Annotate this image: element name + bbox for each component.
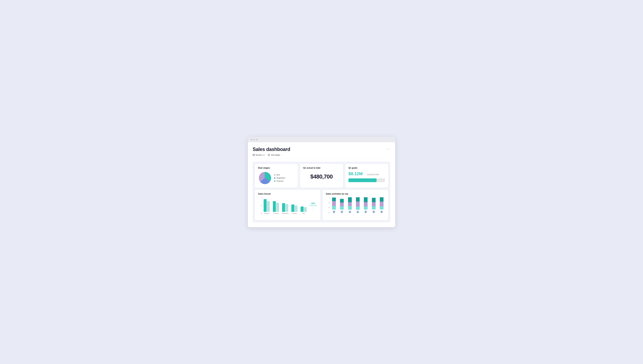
funnel-y-1: 20	[258, 205, 262, 206]
funnel-label-won: Won	[302, 213, 305, 214]
rep-7-seg-1	[380, 197, 384, 202]
rep-6-seg-3	[372, 206, 376, 210]
funnel-bar-qualified-2	[267, 201, 270, 212]
rep-1-avatar: 👤	[333, 210, 336, 213]
activities-chart: 30 20 10 0	[326, 197, 385, 217]
dashboard-grid: Deal stages	[253, 162, 390, 222]
rep-2-bar	[340, 199, 344, 210]
rep-col-7: 👤	[379, 197, 385, 213]
arrow-down-icon: ↓	[313, 209, 314, 211]
rep-1-bar	[332, 198, 336, 210]
funnel-bar-negotiation-2	[285, 204, 288, 212]
rep-4-seg-3	[356, 206, 360, 210]
deal-stages-body: Won Negotiation Proposal	[258, 171, 294, 185]
more-menu-button[interactable]: ···	[385, 146, 390, 151]
funnel-bar-contract-1	[291, 204, 294, 212]
funnel-bar-qualified-1	[264, 199, 266, 212]
funnel-col-qualified: Qualified	[263, 197, 270, 214]
sales-activities-title: Sales activities by rep	[326, 193, 385, 195]
rep-6-bar	[372, 198, 376, 210]
funnel-label-proposal: Proposal	[273, 213, 278, 214]
sales-funnel-title: Sales funnel	[258, 193, 317, 195]
dashboard-header: Sales dashboard ···	[253, 146, 390, 152]
add-widget-button[interactable]: Add widget	[268, 154, 280, 156]
rep-2-seg-2	[340, 202, 344, 206]
rep-4-seg-2	[356, 202, 360, 206]
rep-6-avatar: 👤	[372, 210, 375, 213]
goals-actual-value: $8.12M	[349, 171, 363, 176]
rep-4-avatar: 👤	[356, 211, 359, 213]
rep-col-5: 👤	[363, 197, 369, 213]
svg-rect-0	[253, 154, 255, 156]
conversion-label: Conversion	[309, 205, 317, 206]
funnel-bar-negotiation-1	[282, 203, 285, 212]
rep-col-3: 👤	[347, 197, 353, 213]
rep-col-4: 👤	[355, 197, 361, 213]
won-dot	[274, 174, 275, 176]
browser-dot-1	[250, 139, 252, 140]
activities-bars: 👤 👤	[326, 197, 385, 217]
won-label: Won	[276, 174, 280, 176]
q1-actual-body: $480,700	[303, 171, 340, 182]
rep-2-seg-3	[340, 206, 344, 210]
boards-icon	[253, 154, 255, 156]
rep-1-seg-1	[332, 198, 336, 201]
rep-col-2: 👤	[339, 197, 345, 213]
rep-7-seg-3	[380, 206, 384, 210]
funnel-wrapper: 40 20 0 Qualified	[258, 197, 317, 217]
act-y-20: 20	[326, 207, 330, 208]
funnel-col-won: Won	[300, 197, 307, 214]
funnel-bar-group-won	[300, 206, 307, 212]
funnel-y-2: 0	[258, 197, 262, 199]
dashboard-content: Sales dashboard ··· Boards / 3	[248, 142, 395, 227]
browser-bar	[248, 137, 395, 142]
q1-goals-widget: Q1 goals $8.12M Goal $10.54M	[345, 164, 388, 188]
browser-dot-2	[253, 139, 255, 140]
rep-col-1: 👤	[331, 197, 337, 213]
sales-funnel-widget: Sales funnel 40 20 0	[255, 190, 320, 220]
add-widget-icon	[268, 154, 270, 156]
rep-6-seg-1	[372, 198, 376, 202]
boards-label: Boards / 3	[256, 154, 264, 156]
q1-goals-title: Q1 goals	[349, 167, 385, 169]
funnel-bar-group-proposal	[272, 201, 280, 212]
rep-3-seg-1	[348, 197, 352, 202]
funnel-axes: Qualified Proposal	[258, 197, 317, 217]
deal-stages-legend: Won Negotiation Proposal	[274, 174, 285, 182]
funnel-bar-group-contract	[291, 204, 298, 212]
rep-4-bar	[356, 197, 360, 210]
deal-stages-widget: Deal stages	[255, 164, 298, 188]
funnel-bar-group-qualified	[263, 199, 270, 212]
funnel-bar-won-2	[304, 207, 307, 212]
dashboard-title: Sales dashboard	[253, 146, 290, 152]
funnel-y-axis: 40 20 0	[258, 197, 262, 214]
rep-5-bar	[364, 197, 368, 210]
funnel-col-negotiation: Negotiation	[281, 197, 289, 214]
deal-stages-title: Deal stages	[258, 167, 294, 169]
q1-actual-amount: $480,700	[310, 174, 333, 180]
funnel-y-0: 40	[258, 213, 262, 214]
act-y-30: 30	[326, 212, 330, 213]
rep-4-seg-1	[356, 197, 360, 202]
rep-1-seg-3	[332, 206, 336, 210]
negotiation-dot	[274, 177, 275, 179]
rep-7-bar	[380, 197, 384, 210]
sales-activities-widget: Sales activities by rep 30 20 10 0	[323, 190, 388, 220]
rep-6-seg-2	[372, 202, 376, 206]
rep-col-6: 👤	[370, 197, 377, 213]
rep-3-seg-3	[348, 206, 352, 210]
conversion-percentage: 38%	[311, 202, 315, 205]
funnel-bar-proposal-2	[276, 203, 279, 212]
activities-y-axis: 30 20 10 0	[326, 197, 330, 213]
rep-5-seg-3	[364, 206, 368, 210]
bottom-widgets-row: Sales funnel 40 20 0	[255, 190, 388, 220]
funnel-label-qualified: Qualified	[264, 213, 269, 214]
act-y-10: 10	[326, 202, 330, 204]
boards-button[interactable]: Boards / 3	[253, 154, 264, 156]
funnel-col-contract: Contract	[291, 197, 298, 214]
rep-3-bar	[348, 197, 352, 210]
legend-won: Won	[274, 174, 285, 176]
proposal-label: Proposal	[276, 180, 283, 182]
dashboard-toolbar: Boards / 3 Add widget	[253, 154, 390, 158]
goals-target-value: Goal $10.54M	[365, 174, 379, 176]
